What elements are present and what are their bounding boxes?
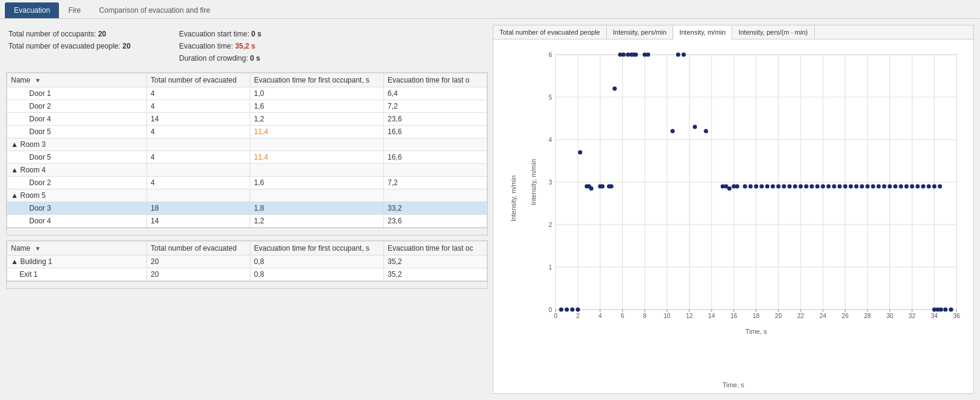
svg-text:0: 0 bbox=[549, 307, 552, 313]
chart-area: Intensity, m/min 01234560246810121416182… bbox=[493, 39, 973, 393]
stats-left: Total number of occupants: 20 Total numb… bbox=[9, 30, 131, 63]
cell-evacuated: 4 bbox=[147, 87, 250, 100]
table-row[interactable]: Door 141,06,4 bbox=[7, 87, 487, 100]
bottom-table-body: ▲ Building 1200,835,2Exit 1200,835,2 bbox=[7, 256, 487, 281]
data-point bbox=[743, 185, 747, 189]
col-header-name: Name ▼ bbox=[7, 73, 147, 87]
top-table-scroll[interactable]: Name ▼ Total number of evacuated Evacuat… bbox=[7, 73, 487, 228]
table-row[interactable]: Door 5411,416,6 bbox=[7, 126, 487, 138]
data-point bbox=[693, 125, 697, 129]
data-point bbox=[899, 185, 903, 189]
cell-last: 7,2 bbox=[384, 177, 487, 189]
svg-text:Time, s: Time, s bbox=[745, 328, 767, 335]
cell-evacuated: 14 bbox=[147, 215, 250, 228]
svg-text:18: 18 bbox=[753, 313, 760, 319]
bottom-table-scroll[interactable]: Name ▼ Total number of evacuated Evacuat… bbox=[7, 241, 487, 281]
table-row[interactable]: Exit 1200,835,2 bbox=[7, 268, 487, 281]
tab-evacuation[interactable]: Evacuation bbox=[5, 2, 59, 18]
chart-svg: 0123456024681012141618202224262830323436… bbox=[527, 46, 967, 337]
data-point bbox=[938, 185, 942, 189]
table-row[interactable]: ▲ Room 5 bbox=[7, 189, 487, 202]
chart-tab-total[interactable]: Total number of evacuated people bbox=[493, 25, 607, 39]
cell-name: Door 2 bbox=[7, 100, 147, 113]
svg-text:Intensity, m/min: Intensity, m/min bbox=[530, 159, 537, 205]
cell-last: 16,6 bbox=[384, 151, 487, 164]
table-row[interactable]: Door 241,67,2 bbox=[7, 100, 487, 113]
stats-section: Total number of occupants: 20 Total numb… bbox=[6, 25, 488, 67]
cell-last bbox=[384, 164, 487, 177]
cell-name: Door 5 bbox=[7, 126, 147, 138]
cell-evacuated: 4 bbox=[147, 177, 250, 189]
data-point bbox=[564, 308, 569, 312]
cell-first bbox=[250, 138, 384, 151]
cell-last: 7,2 bbox=[384, 100, 487, 113]
svg-text:5: 5 bbox=[549, 94, 552, 101]
data-point bbox=[888, 185, 892, 189]
data-point bbox=[771, 185, 775, 189]
data-point bbox=[882, 185, 886, 189]
bottom-table-wrapper: Name ▼ Total number of evacuated Evacuat… bbox=[6, 240, 488, 289]
data-point bbox=[916, 185, 920, 189]
cell-first: 1,0 bbox=[250, 87, 384, 100]
data-point bbox=[865, 185, 869, 189]
svg-text:12: 12 bbox=[686, 313, 693, 319]
data-point bbox=[939, 308, 943, 312]
table-row[interactable]: Door 5411,416,6 bbox=[7, 151, 487, 164]
cell-evacuated: 20 bbox=[147, 268, 250, 281]
cell-first: 1,6 bbox=[250, 177, 384, 189]
app-container: Evacuation Fire Comparison of evacuation… bbox=[0, 0, 980, 400]
main-content: Total number of occupants: 20 Total numb… bbox=[0, 19, 980, 400]
data-point bbox=[559, 308, 563, 312]
cell-name: ▲ Building 1 bbox=[7, 256, 147, 268]
cell-evacuated: 20 bbox=[147, 256, 250, 268]
left-panel: Total number of occupants: 20 Total numb… bbox=[6, 25, 488, 394]
table-row[interactable]: ▲ Building 1200,835,2 bbox=[7, 256, 487, 268]
table-row[interactable]: Door 3181,833,2 bbox=[7, 202, 487, 215]
cell-evacuated bbox=[147, 189, 250, 202]
top-table-hscrollbar[interactable] bbox=[7, 228, 487, 235]
filter-icon[interactable]: ▼ bbox=[35, 77, 41, 84]
svg-text:24: 24 bbox=[820, 313, 827, 319]
data-point bbox=[759, 185, 764, 189]
cell-last: 16,6 bbox=[384, 126, 487, 138]
svg-text:32: 32 bbox=[909, 313, 916, 319]
data-point bbox=[832, 185, 836, 189]
cell-evacuated bbox=[147, 164, 250, 177]
svg-text:2: 2 bbox=[549, 222, 552, 228]
cell-name: ▲ Room 3 bbox=[7, 138, 147, 151]
tab-fire[interactable]: Fire bbox=[59, 2, 90, 18]
data-point bbox=[821, 185, 825, 189]
data-point bbox=[826, 185, 831, 189]
table-row[interactable]: Door 4141,223,6 bbox=[7, 215, 487, 228]
cell-evacuated: 4 bbox=[147, 126, 250, 138]
chart-tab-intensity-m[interactable]: Intensity, m/min bbox=[673, 25, 732, 39]
cell-name: Door 2 bbox=[7, 177, 147, 189]
chart-tab-intensity-persm[interactable]: Intensity, pers/(m · min) bbox=[732, 25, 814, 39]
data-point bbox=[600, 185, 605, 189]
data-point bbox=[676, 53, 680, 57]
stats-right: Evacuation start time: 0 s Evacuation ti… bbox=[179, 30, 261, 63]
table-row[interactable]: ▲ Room 4 bbox=[7, 164, 487, 177]
data-point bbox=[843, 185, 848, 189]
bottom-table-hscrollbar[interactable] bbox=[7, 281, 487, 288]
col-header-first: Evacuation time for first occupant, s bbox=[250, 73, 384, 87]
svg-text:4: 4 bbox=[598, 313, 602, 319]
data-point bbox=[578, 151, 582, 155]
tab-comparison[interactable]: Comparison of evacuation and fire bbox=[90, 2, 219, 18]
data-point bbox=[787, 185, 792, 189]
data-point bbox=[765, 185, 769, 189]
chart-tabs: Total number of evacuated people Intensi… bbox=[493, 25, 973, 39]
bottom-filter-icon[interactable]: ▼ bbox=[35, 245, 41, 252]
cell-first: 1,6 bbox=[250, 100, 384, 113]
table-row[interactable]: ▲ Room 3 bbox=[7, 138, 487, 151]
chart-tab-intensity-pers[interactable]: Intensity, pers/min bbox=[607, 25, 673, 39]
cell-name: Door 3 bbox=[7, 202, 147, 215]
svg-text:22: 22 bbox=[797, 313, 804, 319]
table-row[interactable]: Door 4141,223,6 bbox=[7, 113, 487, 126]
data-point bbox=[871, 185, 875, 189]
svg-text:34: 34 bbox=[931, 313, 938, 319]
cell-first bbox=[250, 189, 384, 202]
cell-name: Door 4 bbox=[7, 113, 147, 126]
table-row[interactable]: Door 241,67,2 bbox=[7, 177, 487, 189]
cell-last bbox=[384, 138, 487, 151]
